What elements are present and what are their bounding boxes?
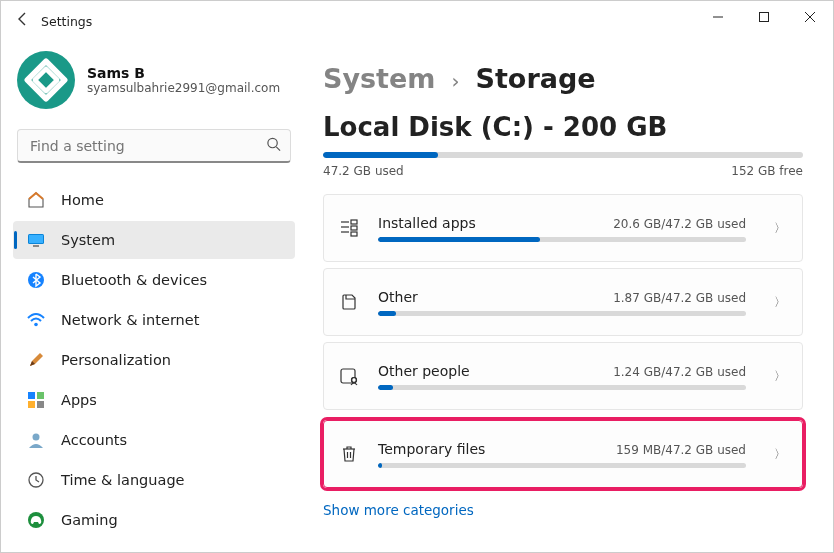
- svg-rect-1: [760, 13, 769, 22]
- user-profile[interactable]: Sams B syamsulbahrie2991@gmail.com: [13, 51, 295, 125]
- bluetooth-icon: [27, 271, 45, 289]
- svg-rect-13: [37, 392, 44, 399]
- nav-home[interactable]: Home: [13, 181, 295, 219]
- svg-rect-15: [37, 401, 44, 408]
- card-bar: [378, 237, 746, 242]
- nav-label: Home: [61, 192, 104, 208]
- disk-free: 152 GB free: [731, 164, 803, 178]
- svg-rect-12: [28, 392, 35, 399]
- system-icon: [27, 231, 45, 249]
- card-bar: [378, 385, 746, 390]
- svg-rect-14: [28, 401, 35, 408]
- search-icon: [266, 137, 281, 156]
- breadcrumb: System › Storage: [323, 63, 803, 94]
- nav-label: System: [61, 232, 115, 248]
- breadcrumb-current: Storage: [475, 63, 595, 94]
- nav-apps[interactable]: Apps: [13, 381, 295, 419]
- user-email: syamsulbahrie2991@gmail.com: [87, 81, 280, 95]
- chevron-right-icon: ›: [451, 69, 459, 93]
- nav-gaming[interactable]: Gaming: [13, 501, 295, 539]
- card-bar: [378, 311, 746, 316]
- nav-label: Personalization: [61, 352, 171, 368]
- nav-label: Accounts: [61, 432, 127, 448]
- disk-usage-info: 47.2 GB used 152 GB free: [323, 164, 803, 178]
- card-meta: 20.6 GB/47.2 GB used: [613, 217, 746, 231]
- chevron-right-icon: 〉: [764, 446, 786, 463]
- svg-point-11: [34, 323, 38, 327]
- svg-point-5: [268, 138, 277, 147]
- trash-icon: [338, 444, 360, 464]
- installed-apps-icon: [338, 218, 360, 238]
- sidebar: Sams B syamsulbahrie2991@gmail.com Home …: [1, 41, 301, 552]
- window-controls: [695, 1, 833, 33]
- svg-rect-24: [351, 232, 357, 236]
- nav-label: Bluetooth & devices: [61, 272, 207, 288]
- disk-usage-bar: [323, 152, 803, 158]
- svg-rect-23: [351, 226, 357, 230]
- window-title: Settings: [41, 14, 92, 29]
- svg-rect-9: [33, 245, 39, 247]
- card-title: Other people: [378, 363, 470, 379]
- card-title: Other: [378, 289, 418, 305]
- home-icon: [27, 191, 45, 209]
- nav-accounts[interactable]: Accounts: [13, 421, 295, 459]
- nav-bluetooth[interactable]: Bluetooth & devices: [13, 261, 295, 299]
- nav-label: Apps: [61, 392, 97, 408]
- wifi-icon: [27, 311, 45, 329]
- card-other[interactable]: Other 1.87 GB/47.2 GB used 〉: [323, 268, 803, 336]
- svg-rect-8: [29, 235, 43, 243]
- nav-network[interactable]: Network & internet: [13, 301, 295, 339]
- breadcrumb-root[interactable]: System: [323, 63, 435, 94]
- avatar: [17, 51, 75, 109]
- people-icon: [338, 366, 360, 386]
- maximize-button[interactable]: [741, 1, 787, 33]
- card-installed-apps[interactable]: Installed apps 20.6 GB/47.2 GB used 〉: [323, 194, 803, 262]
- brush-icon: [27, 351, 45, 369]
- card-other-people[interactable]: Other people 1.24 GB/47.2 GB used 〉: [323, 342, 803, 410]
- nav-label: Gaming: [61, 512, 118, 528]
- nav-list: Home System Bluetooth & devices Network …: [13, 181, 295, 539]
- other-icon: [338, 292, 360, 312]
- card-temporary-files[interactable]: Temporary files 159 MB/47.2 GB used 〉: [323, 420, 803, 488]
- svg-point-16: [33, 434, 40, 441]
- clock-icon: [27, 471, 45, 489]
- card-meta: 1.24 GB/47.2 GB used: [613, 365, 746, 379]
- minimize-button[interactable]: [695, 1, 741, 33]
- card-bar: [378, 463, 746, 468]
- back-button[interactable]: [5, 11, 41, 31]
- svg-line-6: [276, 147, 280, 151]
- nav-label: Network & internet: [61, 312, 199, 328]
- card-title: Installed apps: [378, 215, 476, 231]
- close-button[interactable]: [787, 1, 833, 33]
- storage-category-list: Installed apps 20.6 GB/47.2 GB used 〉 Ot…: [323, 194, 803, 488]
- nav-system[interactable]: System: [13, 221, 295, 259]
- user-name: Sams B: [87, 65, 280, 81]
- search-input[interactable]: [17, 129, 291, 163]
- accounts-icon: [27, 431, 45, 449]
- disk-usage-fill: [323, 152, 438, 158]
- disk-used: 47.2 GB used: [323, 164, 404, 178]
- main-content: System › Storage Local Disk (C:) - 200 G…: [301, 41, 833, 552]
- apps-icon: [27, 391, 45, 409]
- gaming-icon: [27, 511, 45, 529]
- card-meta: 1.87 GB/47.2 GB used: [613, 291, 746, 305]
- chevron-right-icon: 〉: [764, 368, 786, 385]
- nav-label: Time & language: [61, 472, 185, 488]
- card-title: Temporary files: [378, 441, 485, 457]
- card-meta: 159 MB/47.2 GB used: [616, 443, 746, 457]
- chevron-right-icon: 〉: [764, 294, 786, 311]
- nav-time[interactable]: Time & language: [13, 461, 295, 499]
- disk-title: Local Disk (C:) - 200 GB: [323, 112, 803, 142]
- chevron-right-icon: 〉: [764, 220, 786, 237]
- nav-personalization[interactable]: Personalization: [13, 341, 295, 379]
- search-box[interactable]: [17, 129, 291, 163]
- svg-rect-22: [351, 220, 357, 224]
- show-more-link[interactable]: Show more categories: [323, 502, 474, 518]
